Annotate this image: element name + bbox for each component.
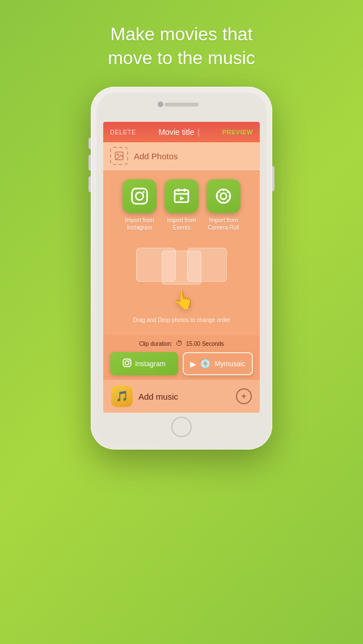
mymusaic-vinyl-icon: 💿 bbox=[200, 358, 211, 369]
mymusaic-source-icon: ▶ bbox=[190, 359, 196, 368]
svg-point-19 bbox=[218, 200, 220, 201]
svg-rect-5 bbox=[175, 190, 188, 202]
svg-point-4 bbox=[143, 191, 145, 193]
import-instagram-item[interactable]: Import fromInstagram bbox=[123, 179, 157, 231]
svg-rect-2 bbox=[132, 189, 147, 204]
svg-point-15 bbox=[229, 196, 230, 197]
volume-up-button[interactable] bbox=[88, 155, 91, 171]
drag-drop-area: 👆 Drag and Drop photos to change order bbox=[103, 236, 260, 335]
add-photos-label: Add Photos bbox=[134, 151, 178, 161]
add-music-plus-button[interactable]: + bbox=[236, 388, 252, 404]
instagram-source-label: Instagram bbox=[135, 360, 165, 368]
svg-point-16 bbox=[218, 191, 220, 193]
clip-duration-label: Clip duration: bbox=[139, 341, 172, 347]
svg-point-12 bbox=[222, 189, 224, 191]
import-camera-item[interactable]: Import fromCamera Roll bbox=[206, 179, 240, 231]
photo-placeholders: 👆 bbox=[136, 248, 227, 304]
clip-duration-value: 15.00 Seconds bbox=[186, 341, 224, 347]
clock-icon: ⏱ bbox=[176, 340, 183, 348]
preview-button[interactable]: PREVIEW bbox=[222, 129, 253, 135]
music-icon-wrap: 🎵 bbox=[111, 385, 133, 407]
import-instagram-label: Import fromInstagram bbox=[125, 217, 154, 231]
drag-drop-label: Drag and Drop photos to change order bbox=[133, 317, 230, 323]
source-buttons: Instagram ▶ 💿 Mymusaic bbox=[110, 352, 253, 375]
bottom-section: Clip duration: ⏱ 15.00 Seconds I bbox=[103, 335, 260, 380]
drag-hand-icon: 👆 bbox=[173, 290, 194, 310]
svg-rect-20 bbox=[124, 359, 131, 367]
svg-point-13 bbox=[222, 201, 224, 203]
add-photos-icon bbox=[110, 147, 128, 165]
import-camera-button[interactable] bbox=[206, 179, 240, 213]
mute-button[interactable] bbox=[88, 138, 91, 149]
add-music-bar: 🎵 Add music + bbox=[103, 380, 260, 413]
svg-point-14 bbox=[217, 196, 218, 197]
power-button[interactable] bbox=[272, 166, 275, 191]
import-area: Import fromInstagram Import fromEvents bbox=[103, 170, 260, 236]
svg-point-1 bbox=[117, 154, 118, 155]
header-title-area: Movie title | bbox=[158, 128, 200, 137]
mymusaic-source-label: Mymusaic bbox=[214, 360, 245, 368]
svg-point-21 bbox=[125, 361, 129, 365]
music-note-icon: 🎵 bbox=[116, 390, 128, 402]
home-button[interactable] bbox=[171, 417, 192, 437]
mymusaic-source-button[interactable]: ▶ 💿 Mymusaic bbox=[183, 352, 253, 375]
phone-mockup: DELETE Movie title | PREVIEW Add Photos bbox=[91, 87, 272, 450]
title-divider: | bbox=[197, 128, 200, 137]
clip-duration-row: Clip duration: ⏱ 15.00 Seconds bbox=[110, 340, 253, 348]
screen: DELETE Movie title | PREVIEW Add Photos bbox=[103, 122, 260, 413]
movie-title[interactable]: Movie title bbox=[158, 128, 194, 137]
phone-inner: DELETE Movie title | PREVIEW Add Photos bbox=[96, 92, 267, 444]
speaker-grille bbox=[164, 103, 199, 107]
svg-point-3 bbox=[136, 193, 143, 200]
volume-down-button[interactable] bbox=[88, 176, 91, 192]
tagline-line1: Make movies that bbox=[111, 24, 253, 44]
instagram-source-icon bbox=[123, 358, 132, 369]
import-instagram-button[interactable] bbox=[123, 179, 157, 213]
svg-point-22 bbox=[129, 361, 130, 362]
delete-button[interactable]: DELETE bbox=[110, 129, 136, 135]
svg-point-11 bbox=[221, 193, 227, 200]
import-events-item[interactable]: Import fromEvents bbox=[164, 179, 199, 231]
add-photos-row: Add Photos bbox=[103, 142, 260, 170]
instagram-source-button[interactable]: Instagram bbox=[110, 352, 178, 375]
tagline: Make movies that move to the music bbox=[108, 23, 255, 70]
add-music-label: Add music bbox=[138, 392, 230, 401]
svg-point-17 bbox=[227, 200, 229, 201]
svg-marker-9 bbox=[180, 196, 184, 201]
photo-placeholder-3 bbox=[187, 248, 227, 282]
tagline-line2: move to the music bbox=[108, 48, 255, 68]
front-camera bbox=[158, 101, 163, 107]
import-events-button[interactable] bbox=[164, 179, 199, 213]
app-header: DELETE Movie title | PREVIEW bbox=[103, 122, 260, 142]
import-camera-label: Import fromCamera Roll bbox=[208, 217, 239, 231]
svg-point-18 bbox=[227, 191, 229, 193]
import-events-label: Import fromEvents bbox=[167, 217, 196, 231]
